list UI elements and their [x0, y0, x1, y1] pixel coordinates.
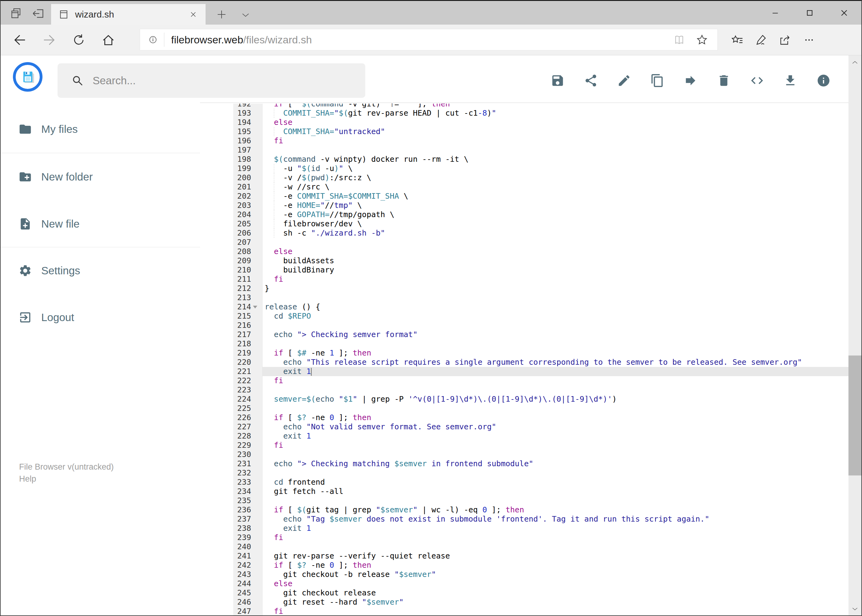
hub-button[interactable]	[725, 27, 750, 53]
move-button[interactable]	[684, 74, 698, 88]
code-text[interactable]: else	[263, 579, 848, 588]
minimize-button[interactable]	[758, 1, 793, 25]
code-line[interactable]: 219 if [ $# -ne 1 ]; then	[233, 349, 848, 358]
code-text[interactable]: exit 1	[263, 524, 848, 533]
code-line[interactable]: 202 -e COMMIT_SHA=$COMMIT_SHA \	[233, 192, 848, 201]
code-text[interactable]: git checkout release	[263, 588, 848, 597]
code-line[interactable]: 220 echo "This release script requires a…	[233, 358, 848, 367]
save-button[interactable]	[550, 74, 565, 88]
code-line[interactable]: 238 exit 1	[233, 524, 848, 533]
code-line[interactable]: 218	[233, 339, 848, 349]
browser-tab[interactable]: wizard.sh	[51, 4, 206, 25]
code-text[interactable]: -e HOME="//tmp" \	[263, 201, 848, 210]
code-editor[interactable]: 192 if [ "$(command -v git)" != "" ]; th…	[233, 104, 848, 616]
code-line[interactable]: 226 if [ $? -ne 0 ]; then	[233, 413, 848, 422]
code-line[interactable]: 197	[233, 146, 848, 155]
page-scrollbar[interactable]	[848, 55, 861, 616]
share-button[interactable]	[584, 74, 598, 88]
code-text[interactable]: if [ $? -ne 0 ]; then	[263, 413, 848, 422]
code-line[interactable]: 205 filebrowser/dev \	[233, 219, 848, 228]
code-line[interactable]: 215 cd $REPO	[233, 311, 848, 321]
code-line[interactable]: 225	[233, 404, 848, 413]
code-line[interactable]: 230	[233, 450, 848, 459]
code-line[interactable]: 194 else	[233, 118, 848, 127]
code-text[interactable]: if [ "$(command -v git)" != "" ]; then	[263, 104, 848, 108]
filebrowser-logo[interactable]	[13, 62, 43, 92]
code-text[interactable]: git checkout -b release "$semver"	[263, 570, 848, 579]
code-text[interactable]: if [ $# -ne 1 ]; then	[263, 349, 848, 358]
code-text[interactable]: }	[263, 284, 848, 293]
code-line[interactable]: 244 else	[233, 579, 848, 588]
search-input[interactable]	[92, 74, 339, 87]
code-text[interactable]: release () {	[263, 302, 848, 311]
sidebar-item-new-file[interactable]: New file	[1, 215, 200, 233]
address-bar[interactable]: filebrowser.web/files/wizard.sh	[140, 29, 718, 50]
code-button[interactable]	[750, 74, 764, 88]
code-text[interactable]: echo "Not valid semver format. See semve…	[263, 422, 848, 432]
favorite-star-icon[interactable]	[696, 33, 708, 46]
delete-button[interactable]	[717, 74, 731, 88]
help-link[interactable]: Help	[19, 473, 114, 485]
code-text[interactable]: if [ $(git tag | grep "$semver" | wc -l)…	[263, 505, 848, 514]
code-line[interactable]: 239 fi	[233, 533, 848, 542]
code-line[interactable]: 237 echo "Tag $semver does not exist in …	[233, 514, 848, 524]
back-button[interactable]	[7, 27, 33, 53]
copy-button[interactable]	[650, 74, 664, 88]
tab-close-icon[interactable]	[189, 10, 198, 19]
code-text[interactable]: -w //src \	[263, 182, 848, 192]
code-text[interactable]	[263, 321, 848, 330]
code-line[interactable]: 216	[233, 321, 848, 330]
refresh-button[interactable]	[66, 27, 92, 53]
code-line[interactable]: 195 COMMIT_SHA="untracked"	[233, 127, 848, 136]
more-menu-button[interactable]	[796, 27, 822, 53]
code-line[interactable]: 224 semver=$(echo "$1" | grep -P '^v(0|[…	[233, 394, 848, 404]
code-text[interactable]: filebrowser/dev \	[263, 219, 848, 228]
code-text[interactable]: git fetch --all	[263, 487, 848, 496]
code-text[interactable]	[263, 238, 848, 247]
code-text[interactable]: semver=$(echo "$1" | grep -P '^v(0|[1-9]…	[263, 394, 848, 404]
edit-button[interactable]	[617, 74, 631, 88]
code-text[interactable]	[263, 542, 848, 552]
code-text[interactable]: cd $REPO	[263, 311, 848, 321]
code-text[interactable]	[263, 385, 848, 394]
code-line[interactable]: 217 echo "> Checking semver format"	[233, 330, 848, 339]
code-text[interactable]: fi	[263, 275, 848, 284]
code-line[interactable]: 240	[233, 542, 848, 552]
code-text[interactable]: exit 1	[263, 367, 848, 376]
code-text[interactable]: COMMIT_SHA="$(git rev-parse HEAD | cut -…	[263, 108, 848, 118]
code-line[interactable]: 241 git rev-parse --verify --quiet relea…	[233, 552, 848, 561]
sidebar-item-my-files[interactable]: My files	[1, 120, 200, 138]
code-text[interactable]: echo "This release script requires a sin…	[263, 358, 848, 367]
code-line[interactable]: 231 echo "> Checking matching $semver in…	[233, 459, 848, 468]
fold-marker-icon[interactable]	[253, 306, 257, 308]
code-text[interactable]: sh -c "./wizard.sh -b"	[263, 228, 848, 238]
code-text[interactable]: else	[263, 118, 848, 127]
code-line[interactable]: 243 git checkout -b release "$semver"	[233, 570, 848, 579]
code-text[interactable]	[263, 404, 848, 413]
code-text[interactable]	[263, 468, 848, 478]
code-line[interactable]: 242 if [ $? -ne 0 ]; then	[233, 561, 848, 570]
code-text[interactable]: fi	[263, 441, 848, 450]
set-tabs-aside-button[interactable]	[30, 6, 46, 20]
code-line[interactable]: 232	[233, 468, 848, 478]
code-line[interactable]: 222 fi	[233, 376, 848, 385]
code-line[interactable]: 213	[233, 293, 848, 302]
code-text[interactable]: git reset --hard "$semver"	[263, 597, 848, 607]
home-button[interactable]	[95, 27, 121, 53]
code-line[interactable]: 196 fi	[233, 136, 848, 146]
code-text[interactable]: -e COMMIT_SHA=$COMMIT_SHA \	[263, 192, 848, 201]
code-text[interactable]: COMMIT_SHA="untracked"	[263, 127, 848, 136]
code-text[interactable]: -e GOPATH=//tmp/gopath \	[263, 210, 848, 219]
code-text[interactable]: fi	[263, 136, 848, 146]
code-line[interactable]: 228 exit 1	[233, 432, 848, 441]
code-line[interactable]: 200 -v /$(pwd):/src:z \	[233, 173, 848, 182]
code-line[interactable]: 214release () {	[233, 302, 848, 311]
code-line[interactable]: 208 else	[233, 247, 848, 256]
share-button[interactable]	[772, 27, 798, 53]
code-line[interactable]: 247 fi	[233, 607, 848, 616]
sidebar-item-new-folder[interactable]: New folder	[1, 168, 200, 186]
code-line[interactable]: 192 if [ "$(command -v git)" != "" ]; th…	[233, 104, 848, 108]
code-text[interactable]: $(command -v winpty) docker run --rm -it…	[263, 155, 848, 164]
code-line[interactable]: 209 buildAssets	[233, 256, 848, 266]
forward-button[interactable]	[36, 27, 62, 53]
